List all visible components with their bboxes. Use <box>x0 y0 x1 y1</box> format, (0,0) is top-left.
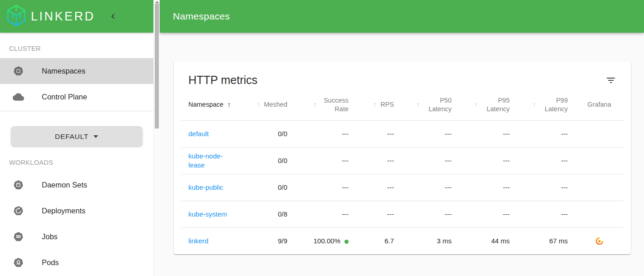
sidebar-scrollbar[interactable] <box>153 0 160 276</box>
filter-list-icon[interactable] <box>605 75 616 86</box>
http-metrics-card: HTTP metrics Namespace↑↑Meshed↑Success R… <box>174 61 631 254</box>
table-row-linkerd: linkerd9/9100.00%6.73 ms44 ms67 ms <box>181 227 624 254</box>
grafana-cell <box>575 201 624 227</box>
grafana-cell <box>575 147 624 174</box>
page-title: Namespaces <box>173 11 230 22</box>
grafana-link[interactable] <box>595 237 604 246</box>
sidebar-item-label: Pods <box>42 258 59 267</box>
sort-arrow-icon: ↑ <box>474 101 478 109</box>
meshed-cell: 0/0 <box>240 174 295 201</box>
column-label: Grafana <box>587 100 611 109</box>
column-label: RPS <box>380 100 394 109</box>
namespace-link[interactable]: kube-system <box>188 210 227 218</box>
namespace-link[interactable]: kube-public <box>188 183 223 191</box>
sidebar-header: LINKERD <box>0 0 153 33</box>
p99-latency-cell: 67 ms <box>517 227 575 254</box>
sidebar-item-label: Namespaces <box>42 67 85 75</box>
scrollbar-up-arrow-icon[interactable] <box>155 1 159 3</box>
rps-cell: 6.7 <box>356 227 401 254</box>
grafana-cell <box>575 174 624 201</box>
column-header-rps[interactable]: ↑RPS <box>356 89 401 120</box>
meshed-cell: 0/0 <box>240 120 295 147</box>
p99-latency-cell: --- <box>517 147 575 174</box>
grafana-cell <box>575 120 624 147</box>
p50-latency-cell: 3 ms <box>401 227 459 254</box>
p50-latency-cell: --- <box>401 147 459 174</box>
success-rate-cell: --- <box>295 201 356 227</box>
metrics-table-head-row: Namespace↑↑Meshed↑Success Rate↑RPS↑P50 L… <box>181 89 624 120</box>
deployment-heptagon-icon <box>13 205 24 217</box>
p95-latency-cell: --- <box>459 147 517 174</box>
grafana-icon <box>595 237 604 246</box>
pod-heptagon-icon <box>13 257 24 268</box>
card-title: HTTP metrics <box>188 74 257 87</box>
sidebar-item-label: Jobs <box>42 232 58 241</box>
p95-latency-cell: 44 ms <box>459 227 517 254</box>
rps-cell: --- <box>356 174 401 201</box>
column-header-p50-latency[interactable]: ↑P50 Latency <box>401 89 459 120</box>
daemonset-heptagon-icon <box>13 179 24 191</box>
table-row-kube-public: kube-public0/0--------------- <box>181 174 624 201</box>
sidebar-item-daemon-sets[interactable]: Daemon Sets <box>0 172 153 198</box>
column-label: P99 Latency <box>540 96 568 113</box>
card-header: HTTP metrics <box>174 61 631 88</box>
app-bar: Namespaces <box>160 0 644 33</box>
sort-arrow-icon: ↑ <box>256 101 260 109</box>
sort-arrow-icon: ↑ <box>373 101 377 109</box>
column-header-meshed[interactable]: ↑Meshed <box>240 89 295 120</box>
main-area: Namespaces HTTP metrics Namespace↑↑Meshe… <box>160 0 644 276</box>
namespace-selector-button[interactable]: DEFAULT <box>11 126 143 147</box>
sidebar-item-label: Daemon Sets <box>42 181 87 189</box>
column-header-grafana: Grafana <box>575 89 624 120</box>
workloads-section-label: WORKLOADS <box>9 159 153 166</box>
p95-latency-cell: --- <box>459 201 517 227</box>
sidebar-item-deployments[interactable]: Deployments <box>0 198 153 224</box>
p50-latency-cell: --- <box>401 120 459 147</box>
sidebar-item-jobs[interactable]: Jobs <box>0 224 153 250</box>
rps-cell: --- <box>356 147 401 174</box>
sort-arrow-icon: ↑ <box>313 101 317 109</box>
namespace-selector-label: DEFAULT <box>55 133 88 141</box>
namespace-link[interactable]: default <box>188 130 209 138</box>
scrollbar-thumb[interactable] <box>155 4 159 128</box>
collapse-sidebar-button[interactable] <box>108 11 118 21</box>
cluster-section-label: CLUSTER <box>9 45 153 52</box>
success-dot-icon <box>344 240 349 244</box>
column-label: Meshed <box>264 100 287 109</box>
column-header-namespace[interactable]: Namespace↑ <box>181 89 240 120</box>
rps-cell: --- <box>356 120 401 147</box>
success-rate-cell: --- <box>295 147 356 174</box>
namespace-link[interactable]: linkerd <box>188 237 208 245</box>
meshed-cell: 0/8 <box>240 201 295 227</box>
meshed-cell: 9/9 <box>240 227 295 254</box>
sidebar-item-pods[interactable]: Pods <box>0 250 153 276</box>
p95-latency-cell: --- <box>459 120 517 147</box>
p99-latency-cell: --- <box>517 174 575 201</box>
table-row-kube-node-lease: kube-node-lease0/0--------------- <box>181 147 624 174</box>
column-label: P50 Latency <box>423 96 452 113</box>
column-header-p99-latency[interactable]: ↑P99 Latency <box>517 89 575 120</box>
table-row-kube-system: kube-system0/8--------------- <box>181 201 624 227</box>
chevron-left-icon <box>108 11 118 21</box>
namespace-link[interactable]: kube-node-lease <box>188 152 223 169</box>
p50-latency-cell: --- <box>401 174 459 201</box>
column-header-p95-latency[interactable]: ↑P95 Latency <box>459 89 517 120</box>
brand-name: LINKERD <box>31 10 95 24</box>
success-rate-cell: --- <box>295 120 356 147</box>
p99-latency-cell: --- <box>517 201 575 227</box>
sidebar-item-label: Deployments <box>42 207 85 215</box>
sidebar-divider <box>0 111 153 111</box>
metrics-table: Namespace↑↑Meshed↑Success Rate↑RPS↑P50 L… <box>181 89 624 254</box>
table-row-default: default0/0--------------- <box>181 120 624 147</box>
job-heptagon-icon <box>13 231 24 242</box>
sort-arrow-icon: ↑ <box>416 101 420 109</box>
p99-latency-cell: --- <box>517 120 575 147</box>
metrics-table-body: default0/0---------------kube-node-lease… <box>181 120 624 254</box>
sidebar: LINKERD CLUSTER Namespaces Control Plane… <box>0 0 153 276</box>
rps-cell: --- <box>356 201 401 227</box>
sidebar-item-control-plane[interactable]: Control Plane <box>0 84 153 110</box>
grafana-cell[interactable] <box>575 227 624 254</box>
column-header-success-rate[interactable]: ↑Success Rate <box>295 89 356 120</box>
sidebar-item-namespaces[interactable]: Namespaces <box>0 58 153 84</box>
column-label: Success Rate <box>320 96 349 113</box>
